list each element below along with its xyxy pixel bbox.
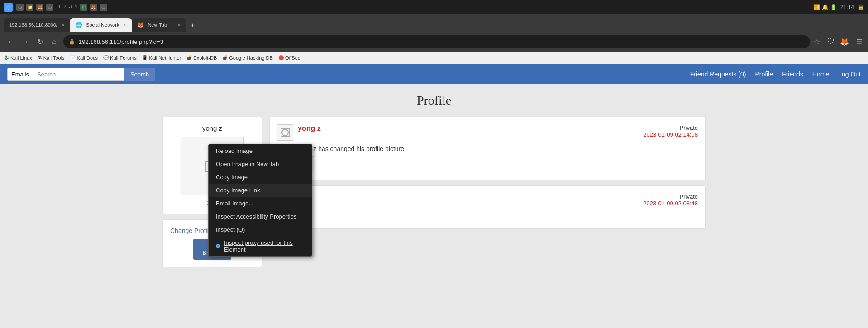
ctx-label-copy-image: Copy Image: [216, 174, 248, 181]
bookmark-kali-tools[interactable]: 🛠 Kali Tools: [38, 55, 65, 61]
bookmark-label-offsec: OffSec: [285, 55, 300, 61]
clock: 21:14: [840, 4, 854, 10]
titlebar-icon-5: 🐉: [80, 4, 87, 11]
tab-social-network[interactable]: 🌐 Social Network ✕: [70, 18, 132, 32]
context-menu: Reload Image Open Image in New Tab Copy …: [208, 144, 312, 257]
ctx-copy-image-link[interactable]: Copy Image Link: [209, 184, 312, 197]
post-privacy-1: Private: [643, 124, 698, 131]
shield-icon: 🛡: [827, 38, 835, 46]
tab-192[interactable]: 192.168.56.110:8000/ ✕: [4, 18, 70, 32]
nav-profile[interactable]: Profile: [755, 71, 773, 78]
home-button[interactable]: ⌂: [49, 38, 60, 46]
search-button[interactable]: Search: [124, 68, 155, 81]
post-privacy-2: Private: [643, 193, 698, 200]
system-icons: 📶 🔔 🔋: [813, 4, 837, 10]
post-date-2: 2023-01-09 02:08:48: [643, 200, 698, 207]
reload-button[interactable]: ↻: [34, 38, 45, 46]
titlebar-icon-1: ▭: [16, 4, 24, 11]
bookmark-icon-exploit-db: 💣: [186, 55, 192, 60]
new-tab-button[interactable]: +: [186, 19, 199, 32]
ctx-inspect-proxy[interactable]: Inspect proxy used for this Element: [209, 236, 312, 256]
ctx-inspect-accessibility[interactable]: Inspect Accessibility Properties: [209, 210, 312, 223]
bookmark-label-kali-tools: Kali Tools: [43, 55, 65, 61]
ctx-inspect[interactable]: Inspect (Q): [209, 223, 312, 236]
post-content-1: yong z has changed his profile picture.: [277, 145, 698, 152]
bookmark-exploit-db[interactable]: 💣 Exploit-DB: [186, 55, 217, 61]
ctx-label-email-image: Email Image...: [216, 200, 253, 207]
nav-friends[interactable]: Friends: [782, 71, 803, 78]
titlebar-icon-6: 🦊: [90, 4, 97, 11]
bookmark-label-kali-forums: Kali Forums: [110, 55, 137, 61]
bookmark-offsec[interactable]: 🔴 OffSec: [278, 55, 300, 61]
bookmark-label-kali-linux: Kali Linux: [10, 55, 32, 61]
page-content: Emails Search Friend Requests (0) Profil…: [0, 64, 868, 320]
ctx-label-open-new-tab: Open Image in New Tab: [216, 161, 279, 167]
ctx-label-inspect-proxy: Inspect proxy used for this Element: [224, 239, 305, 253]
tab-favicon-3: 🦊: [137, 22, 144, 28]
profile-username: yong z: [170, 124, 254, 132]
site-nav: Emails Search Friend Requests (0) Profil…: [0, 64, 868, 84]
menu-icon[interactable]: ☰: [856, 38, 863, 46]
post-user-info-1: yong z: [298, 124, 321, 133]
bookmark-icon-offsec: 🔴: [278, 55, 284, 60]
nav-logout[interactable]: Log Out: [838, 71, 861, 78]
bookmark-kali-forums[interactable]: 💬 Kali Forums: [103, 55, 137, 61]
tab-label-3: New Tab: [148, 22, 167, 28]
post-meta-2: Private 2023-01-09 02:08:48: [643, 193, 698, 207]
tab-newtab[interactable]: 🦊 New Tab ✕: [132, 18, 186, 32]
search-group: Emails Search: [7, 68, 155, 81]
ctx-email-image[interactable]: Email Image...: [209, 197, 312, 210]
ctx-open-new-tab[interactable]: Open Image in New Tab: [209, 157, 312, 171]
bookmarks-bar: 🐉 Kali Linux 🛠 Kali Tools 📄 Kali Docs 💬 …: [0, 52, 868, 64]
search-input[interactable]: [33, 68, 124, 81]
page-title: Profile: [162, 93, 706, 108]
right-column: yong z Private 2023-01-09 02:14:08 yong …: [269, 117, 706, 234]
forward-button[interactable]: →: [20, 38, 31, 46]
post-content-2: ds!: [277, 214, 698, 221]
proxy-circle-icon: [216, 244, 220, 248]
bookmark-label-kali-docs: Kali Docs: [77, 55, 98, 61]
bookmark-icon-kali-linux: 🐉: [4, 55, 9, 60]
bookmark-star[interactable]: ☆: [814, 38, 820, 46]
back-button[interactable]: ←: [5, 38, 16, 46]
post-date-1: 2023-01-09 02:14:08: [643, 131, 698, 138]
post-avatar-1: [277, 124, 293, 141]
tab-close-2[interactable]: ✕: [123, 23, 126, 28]
bookmark-kali-linux[interactable]: 🐉 Kali Linux: [4, 55, 32, 61]
search-category-select[interactable]: Emails: [7, 68, 33, 81]
page-number-4: 4: [74, 4, 77, 11]
post-card-2: g z Private 2023-01-09 02:08:48 ds!: [269, 185, 706, 229]
bookmark-label-google-hacking: Google Hacking DB: [229, 55, 273, 61]
ctx-copy-image[interactable]: Copy Image: [209, 171, 312, 184]
bookmark-icon-kali-nethunter: 📱: [142, 55, 148, 60]
bookmark-icon-kali-forums: 💬: [103, 55, 109, 60]
page-number-3: 3: [69, 4, 72, 11]
titlebar-icon-2: 📁: [26, 4, 33, 11]
bookmark-icon-google-hacking: 💣: [222, 55, 228, 60]
post-header-2: g z Private 2023-01-09 02:08:48: [277, 193, 698, 209]
url-lock-icon: 🔒: [69, 39, 75, 45]
tab-close-1[interactable]: ✕: [61, 23, 65, 28]
bookmark-label-kali-nethunter: Kali NetHunter: [149, 55, 181, 61]
bookmark-google-hacking[interactable]: 💣 Google Hacking DB: [222, 55, 273, 61]
nav-links: Friend Requests (0) Profile Friends Home…: [690, 71, 861, 78]
tab-label-1: 192.168.56.110:8000/: [9, 22, 57, 28]
titlebar-icon-3: 🦊: [36, 4, 43, 11]
tab-label-2: Social Network: [86, 22, 119, 28]
tab-close-3[interactable]: ✕: [177, 23, 181, 28]
bookmark-kali-nethunter[interactable]: 📱 Kali NetHunter: [142, 55, 181, 61]
context-menu-overlay: Reload Image Open Image in New Tab Copy …: [208, 144, 312, 257]
nav-friend-requests[interactable]: Friend Requests (0): [690, 71, 746, 78]
bookmark-kali-docs[interactable]: 📄 Kali Docs: [70, 55, 98, 61]
lock-icon: 🔒: [858, 4, 864, 10]
page-number-2: 2: [63, 4, 66, 11]
ctx-reload-image[interactable]: Reload Image: [209, 144, 312, 157]
nav-home[interactable]: Home: [812, 71, 829, 78]
bookmark-icon-kali-docs: 📄: [70, 55, 76, 60]
main-wrapper: Profile yong z 192. Change Profile Pic: [0, 84, 868, 276]
ctx-label-reload: Reload Image: [216, 147, 253, 154]
url-bar[interactable]: 🔒 192.168.56.110/profile.php?id=3: [63, 35, 810, 48]
tabs-bar: 192.168.56.110:8000/ ✕ 🌐 Social Network …: [0, 14, 868, 32]
tab-favicon-2: 🌐: [76, 22, 82, 28]
browser-icon: ⬡: [4, 3, 13, 12]
